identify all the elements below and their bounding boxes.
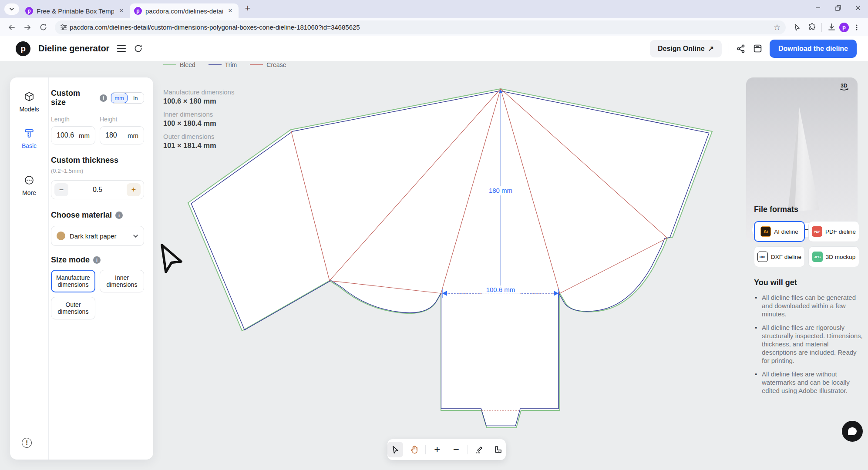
back-button[interactable] xyxy=(4,20,19,35)
bookmark-star-icon[interactable]: ☆ xyxy=(771,21,783,34)
height-field[interactable]: 180 mm xyxy=(100,126,144,144)
sidebar-divider xyxy=(48,77,49,460)
zoom-out-button[interactable]: − xyxy=(448,442,464,457)
height-unit: mm xyxy=(128,132,138,139)
back-icon xyxy=(7,23,16,32)
length-value[interactable]: 100.6 xyxy=(57,131,74,139)
reload-button[interactable] xyxy=(36,20,50,35)
dieline-bleed-outline xyxy=(188,89,712,428)
window-restore-button[interactable] xyxy=(828,0,848,16)
material-select[interactable]: Dark kraft paper xyxy=(51,226,144,246)
ruler-corner-icon xyxy=(494,445,502,454)
forward-button[interactable] xyxy=(20,20,35,35)
downloads-button[interactable] xyxy=(824,20,838,34)
thickness-stepper[interactable]: − 0.5 + xyxy=(51,180,144,199)
dim-label: Outer dimensions xyxy=(163,133,234,140)
height-value[interactable]: 180 xyxy=(105,131,117,139)
window-minimize-button[interactable] xyxy=(808,0,828,16)
chevron-down-icon xyxy=(133,233,138,239)
menu-button[interactable] xyxy=(117,44,126,54)
length-field[interactable]: 100.6 mm xyxy=(51,126,95,144)
length-label: Length xyxy=(51,116,95,123)
sidebar-item-label: More xyxy=(10,189,48,196)
measure-tool-button[interactable] xyxy=(490,442,506,457)
crease-line-icon xyxy=(250,64,263,66)
legend-label: Crease xyxy=(266,61,286,68)
thickness-value[interactable]: 0.5 xyxy=(68,186,127,194)
3d-mockup-button[interactable]: JPG 3D mockup xyxy=(808,246,859,267)
choose-material-title: Choose material xyxy=(51,211,112,220)
window-close-button[interactable] xyxy=(848,0,868,16)
format-label: PDF dieline xyxy=(825,228,856,235)
tab-close-icon[interactable]: ✕ xyxy=(226,7,234,15)
size-mode-inner-button[interactable]: Inner dimensions xyxy=(100,270,144,292)
chat-button[interactable] xyxy=(842,421,863,442)
size-mode-manufacture-button[interactable]: Manufacture dimensions xyxy=(51,270,95,292)
size-mode-outer-button[interactable]: Outer dimensions xyxy=(51,297,95,319)
sidebar-item-basic[interactable]: Basic xyxy=(10,128,48,149)
new-tab-button[interactable]: + xyxy=(242,3,253,14)
pdf-dieline-button[interactable]: PDF PDF dieline xyxy=(808,221,859,242)
pan-tool-button[interactable] xyxy=(407,442,422,457)
toolbar-divider xyxy=(425,445,426,454)
tab-close-icon[interactable]: ✕ xyxy=(118,7,125,15)
thickness-decrease-button[interactable]: − xyxy=(54,183,68,196)
dxf-dieline-button[interactable]: DXF DXF dieline xyxy=(754,246,805,267)
info-icon[interactable]: i xyxy=(93,256,101,264)
thickness-range: (0.2~1.5mm) xyxy=(51,168,144,174)
info-icon[interactable]: i xyxy=(115,212,123,219)
unit-in-option[interactable]: in xyxy=(128,93,144,103)
site-info-icon[interactable] xyxy=(57,21,70,34)
forward-icon xyxy=(23,23,32,32)
sidebar-item-models[interactable]: Models xyxy=(10,91,48,113)
pacdora-favicon-icon: p xyxy=(25,7,33,15)
legend-label: Bleed xyxy=(180,61,195,68)
chat-bubble-icon xyxy=(848,427,857,435)
extensions-button[interactable] xyxy=(805,20,819,34)
height-label: Height xyxy=(100,116,144,123)
download-dieline-button[interactable]: Download the dieline xyxy=(770,40,857,58)
share-icon xyxy=(736,44,746,54)
dim-value: 100.6 × 180 mm xyxy=(163,97,234,105)
mouse-cursor-graphic xyxy=(158,242,186,279)
ai-dieline-button[interactable]: Ai AI dieline xyxy=(754,221,805,242)
height-dim-label: 180 mm xyxy=(489,187,512,194)
pacdora-extension-icon[interactable]: p xyxy=(839,23,849,32)
url-text[interactable]: pacdora.com/dielines-detail/custom-dimen… xyxy=(70,24,771,31)
warning-icon[interactable]: ! xyxy=(22,438,32,448)
puzzle-icon xyxy=(808,23,816,31)
zoom-in-button[interactable]: + xyxy=(429,442,445,457)
sidebar-item-more[interactable]: More xyxy=(10,175,48,196)
tab-dielines-detail[interactable]: p pacdora.com/dielines-detail/ ✕ xyxy=(130,3,239,18)
browser-menu-button[interactable] xyxy=(850,20,864,34)
thickness-increase-button[interactable]: + xyxy=(127,183,141,196)
benefit-item: All dieline files can be generated and d… xyxy=(754,293,863,318)
address-bar[interactable]: pacdora.com/dielines-detail/custom-dimen… xyxy=(55,20,786,34)
share-button[interactable] xyxy=(736,44,746,54)
toolbar-divider xyxy=(821,23,822,32)
sidebar-item-label: Models xyxy=(10,106,48,113)
pacdora-logo[interactable]: p xyxy=(16,41,30,56)
material-swatch-icon xyxy=(57,232,65,240)
material-value: Dark kraft paper xyxy=(70,232,128,240)
tab-search-button[interactable] xyxy=(4,3,19,15)
info-icon[interactable]: i xyxy=(100,94,107,102)
annotate-tool-button[interactable] xyxy=(471,442,487,457)
app-header: p Dieline generator Design Online ↗ Down… xyxy=(0,36,868,61)
design-online-button[interactable]: Design Online ↗ xyxy=(650,40,722,57)
cube-icon xyxy=(24,91,34,102)
refresh-button[interactable] xyxy=(134,44,143,53)
plus-icon: + xyxy=(434,444,440,455)
tab-box-templates[interactable]: p Free & Printable Box Templat ✕ xyxy=(21,3,130,18)
rotate-3d-icon[interactable]: 3D xyxy=(837,82,851,95)
projects-button[interactable] xyxy=(753,44,763,54)
select-tool-button[interactable] xyxy=(387,442,403,457)
dim-label: Manufacture dimensions xyxy=(163,88,234,96)
pointer-extension-button[interactable] xyxy=(790,20,804,34)
restore-icon xyxy=(835,5,841,11)
custom-thickness-title: Custom thickness xyxy=(51,156,118,165)
ruler-icon xyxy=(24,128,34,138)
unit-mm-option[interactable]: mm xyxy=(111,93,127,103)
hand-icon xyxy=(410,445,419,454)
unit-toggle[interactable]: mm in xyxy=(111,92,144,104)
